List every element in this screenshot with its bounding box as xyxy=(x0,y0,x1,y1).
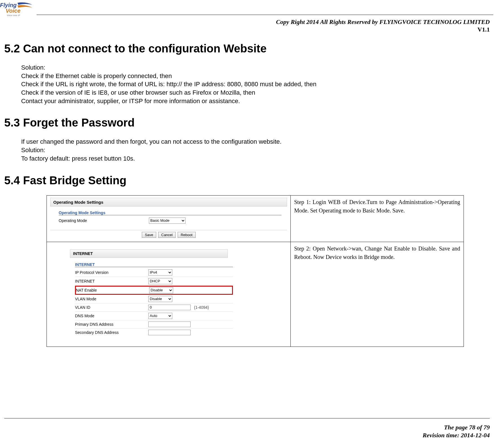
logo: Flying Voice Voice over IP xyxy=(0,1,34,18)
operating-mode-select[interactable]: Basic Mode xyxy=(149,218,186,224)
vlan-mode-label: VLAN Mode xyxy=(75,297,148,301)
ip-proto-label: IP Protocol Version xyxy=(75,270,148,275)
text-line: Solution: xyxy=(21,63,490,72)
header-copyright: Copy Right 2014 All Rights Reserved by F… xyxy=(276,18,490,26)
text-line: To factory default: press reset button 1… xyxy=(21,154,490,163)
internet-select[interactable]: DHCP xyxy=(148,278,172,284)
text-line: If user changed the password and then fo… xyxy=(21,137,490,146)
ip-proto-select[interactable]: IPv4 xyxy=(148,269,172,276)
vlan-id-input[interactable] xyxy=(148,305,191,310)
operating-mode-screenshot: Operating Mode Settings Operating Mode S… xyxy=(50,198,287,239)
operating-mode-label: Operating Mode xyxy=(59,218,149,223)
text-line: Check if the Ethernet cable is properly … xyxy=(21,72,490,80)
heading-5-4: 5.4 Fast Bridge Setting xyxy=(4,174,490,187)
section-5-3-body: If user changed the password and then fo… xyxy=(21,137,490,163)
save-button[interactable]: Save xyxy=(142,232,156,238)
primary-dns-input[interactable] xyxy=(148,321,191,327)
svg-text:Voice over IP: Voice over IP xyxy=(7,14,20,17)
page-number: The page 78 of 79 xyxy=(423,423,490,432)
secondary-dns-label: Secondary DNS Address xyxy=(75,330,148,335)
dns-mode-label: DNS Mode xyxy=(75,314,148,318)
nat-enable-label: NAT Enable xyxy=(76,288,149,292)
text-line: Check if the URL is right wrote, the for… xyxy=(21,80,490,88)
panel-title: INTERNET xyxy=(70,249,228,258)
section-5-2-body: Solution: Check if the Ethernet cable is… xyxy=(21,63,490,105)
cancel-button[interactable]: Cancel xyxy=(158,232,176,238)
panel-legend: INTERNET xyxy=(75,262,233,267)
header-rule xyxy=(37,15,493,15)
step-2-text: Step 2: Open Network->wan, Change Nat En… xyxy=(291,242,464,347)
screenshot-cell-2: INTERNET INTERNET IP Protocol Version IP… xyxy=(47,242,291,347)
fast-bridge-table: Operating Mode Settings Operating Mode S… xyxy=(47,195,464,347)
revision-time: Revision time: 2014-12-04 xyxy=(423,431,490,440)
text-line: Solution: xyxy=(21,146,490,154)
step-1-text: Step 1: Login WEB of Device.Turn to Page… xyxy=(291,195,464,242)
text-line: Contact your administrator, supplier, or… xyxy=(21,97,490,105)
header-version: V1.1 xyxy=(478,26,490,33)
dns-mode-select[interactable]: Auto xyxy=(148,313,172,319)
internet-label: INTERNET xyxy=(75,279,148,283)
vlan-id-label: VLAN ID xyxy=(75,305,148,310)
svg-text:Flying: Flying xyxy=(0,2,17,8)
text-line: Check if the version of IE is IE8, or us… xyxy=(21,88,490,97)
primary-dns-label: Primary DNS Address xyxy=(75,322,148,327)
panel-legend: Operating Mode Settings xyxy=(59,210,281,215)
vlan-mode-select[interactable]: Disable xyxy=(148,296,172,302)
reboot-button[interactable]: Reboot xyxy=(178,232,196,238)
secondary-dns-input[interactable] xyxy=(148,330,191,335)
heading-5-2: 5.2 Can not connect to the configuration… xyxy=(4,42,490,55)
internet-screenshot: INTERNET INTERNET IP Protocol Version IP… xyxy=(50,244,287,344)
page-content: 5.2 Can not connect to the configuration… xyxy=(4,39,490,347)
footer-rule xyxy=(4,418,490,418)
panel-title: Operating Mode Settings xyxy=(50,198,287,207)
heading-5-3: 5.3 Forget the Password xyxy=(4,116,490,129)
svg-text:Voice: Voice xyxy=(6,8,21,14)
screenshot-cell-1: Operating Mode Settings Operating Mode S… xyxy=(47,195,291,242)
nat-enable-select[interactable]: Disable xyxy=(149,287,173,293)
vlan-id-hint: (1-4094) xyxy=(194,305,209,310)
page-footer: The page 78 of 79 Revision time: 2014-12… xyxy=(423,423,490,440)
